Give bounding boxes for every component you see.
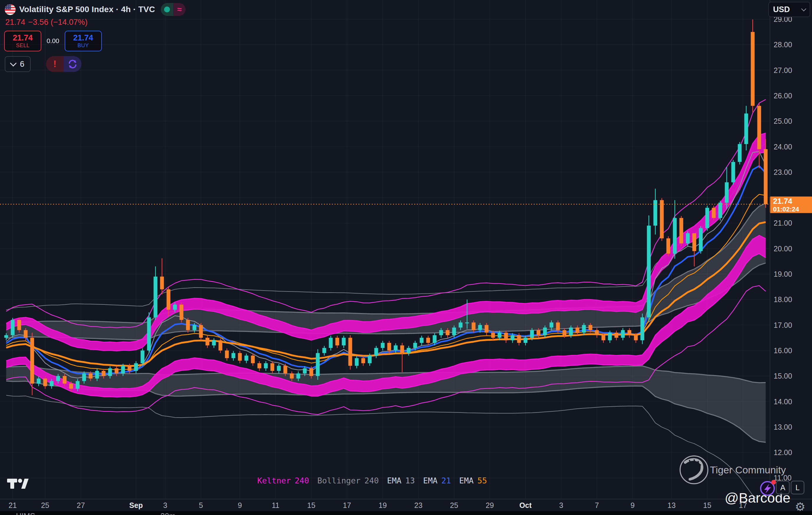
legend-value: 55 [477, 476, 487, 485]
candle-body [660, 200, 664, 238]
candle-body [764, 149, 768, 204]
candle-body [634, 335, 638, 340]
date-label-15: 15 [307, 501, 315, 509]
candle-body [76, 381, 80, 389]
legend-item-ema-21[interactable]: EMA21 [423, 476, 451, 485]
price-label: 21.00 [774, 219, 792, 227]
candle-body [167, 290, 171, 310]
candle-body [556, 323, 560, 330]
dropdown-value: 6 [20, 60, 24, 69]
candle-body [550, 323, 554, 327]
exclamation-icon: ! [53, 59, 56, 70]
candle-body [37, 379, 41, 384]
candle-body [18, 320, 21, 330]
alert-pill: ! [46, 56, 82, 72]
date-label-5: 5 [199, 501, 203, 509]
candle-body [679, 218, 683, 243]
candle-body [394, 346, 398, 351]
candle-body [264, 363, 268, 368]
buy-button[interactable]: 21.74 BUY [65, 31, 102, 51]
currency-selector[interactable]: USD [768, 2, 810, 17]
log-scale-button[interactable]: L [791, 481, 804, 494]
date-label-15: 15 [703, 501, 712, 509]
candle-body [186, 320, 190, 330]
candle-body [193, 325, 197, 330]
candle-body [296, 374, 300, 379]
candle-body [206, 338, 209, 346]
legend-item-ema-55[interactable]: EMA55 [459, 476, 487, 485]
candle-body [693, 233, 696, 251]
price-chart[interactable]: 21.7401:02:2411.0012.0013.0014.0015.0016… [0, 0, 812, 515]
taskbar-interval[interactable]: 30m [161, 512, 176, 515]
candle-body [225, 351, 229, 358]
auto-scale-button[interactable]: A [776, 481, 790, 494]
candle-body [30, 338, 34, 384]
candle-body [238, 353, 242, 361]
sell-label: SELL [16, 43, 30, 49]
candle-body [147, 318, 151, 351]
candle-body [387, 343, 391, 351]
price-label: 15.00 [774, 372, 792, 380]
legend-item-keltner-240[interactable]: Keltner240 [257, 476, 309, 485]
candle-body [50, 381, 54, 386]
candle-body [699, 228, 703, 251]
price-label: 26.00 [774, 91, 792, 100]
realtime-dot-icon [161, 3, 173, 16]
candle-body [121, 366, 125, 374]
candle-body [141, 351, 145, 363]
candle-body [602, 335, 606, 340]
candle-body [336, 338, 339, 346]
candle-body [329, 338, 333, 348]
candle-body [751, 32, 755, 106]
taskbar-symbol[interactable]: HIMS [16, 512, 35, 515]
candle-body [647, 225, 651, 318]
candle-body [407, 348, 411, 353]
date-label-Sep: Sep [129, 501, 143, 509]
candle-body [530, 330, 534, 338]
candle-body [173, 305, 177, 310]
candle-body [667, 238, 670, 254]
bottom-taskbar[interactable]: HIMS 30m [0, 511, 812, 515]
legend-item-bollinger-240[interactable]: Bollinger240 [318, 476, 379, 485]
candle-body [361, 358, 365, 363]
price-label: 16.00 [774, 346, 792, 355]
refresh-button[interactable] [64, 56, 82, 72]
price-label: 13.00 [774, 423, 792, 431]
candle-body [491, 332, 495, 337]
date-label-17: 17 [343, 501, 351, 509]
symbol-header[interactable]: Volatility S&P 500 Index · 4h · TVC ≈ [5, 3, 185, 16]
candle-body [517, 335, 521, 343]
candle-body [628, 330, 631, 335]
chart-tools-row: 6 ! [5, 56, 82, 72]
price-label: 19.00 [774, 270, 792, 278]
candle-body [459, 323, 463, 327]
candle-body [641, 318, 644, 341]
candle-body [615, 332, 618, 337]
last-price-text: 21.74 [5, 18, 25, 27]
candle-body [420, 338, 424, 343]
candle-body [731, 162, 735, 182]
date-label-25: 25 [450, 501, 458, 509]
date-label-13: 13 [667, 501, 676, 509]
spread-value: 0.00 [47, 37, 59, 45]
candle-type-dropdown[interactable]: 6 [5, 56, 31, 72]
candle-body [290, 374, 294, 379]
candle-body [24, 330, 28, 338]
price-label: 12.00 [774, 448, 792, 457]
legend-value: 240 [295, 476, 309, 485]
candle-body [102, 371, 106, 376]
candle-body [56, 376, 60, 381]
data-quality-toggle[interactable]: ≈ [161, 3, 185, 16]
candle-body [705, 208, 709, 228]
sell-price: 21.74 [13, 33, 33, 43]
candle-body [134, 363, 138, 371]
sell-button[interactable]: 21.74 SELL [4, 31, 41, 51]
alert-warning-button[interactable]: ! [46, 56, 64, 72]
badge-countdown: 01:02:24 [773, 206, 799, 213]
candle-body [368, 356, 372, 363]
date-label-9: 9 [631, 501, 635, 509]
legend-item-ema-13[interactable]: EMA13 [387, 476, 415, 485]
candle-body [452, 327, 456, 335]
candle-body [745, 113, 748, 144]
chevron-down-icon [801, 6, 806, 11]
